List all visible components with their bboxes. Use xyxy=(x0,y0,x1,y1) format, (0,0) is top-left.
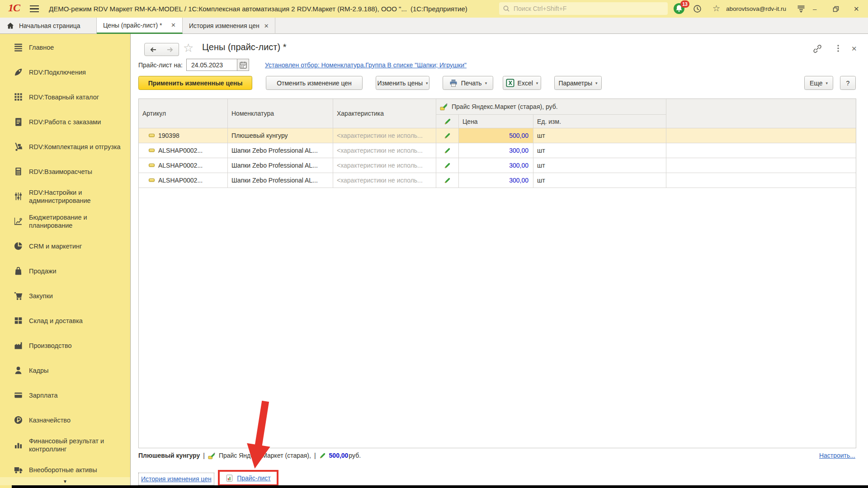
history-clock-icon[interactable] xyxy=(693,5,702,13)
tab-home[interactable]: Начальная страница xyxy=(0,18,97,34)
column-header-edit-pencil[interactable] xyxy=(436,115,459,128)
more-actions-button[interactable]: Еще ▾ xyxy=(804,76,833,90)
cell-unit[interactable]: шт xyxy=(533,173,666,188)
cart-icon xyxy=(14,291,23,300)
sidebar-item-14[interactable]: Кадры xyxy=(0,358,130,383)
minimize-button[interactable]: – xyxy=(813,0,816,18)
main-menu-icon[interactable] xyxy=(30,5,39,12)
close-window-button[interactable]: ✕ xyxy=(854,0,859,18)
sidebar-item-label: CRM и маркетинг xyxy=(29,242,82,250)
search-input[interactable] xyxy=(513,5,664,13)
sidebar-item-12[interactable]: Склад и доставка xyxy=(0,308,130,333)
sidebar-item-2[interactable]: RDV:Подключения xyxy=(0,60,130,84)
cell-unit[interactable]: шт xyxy=(533,158,666,173)
date-input[interactable] xyxy=(190,61,235,69)
cell-edit-pencil-icon[interactable] xyxy=(436,158,459,173)
change-prices-dropdown-button[interactable]: Изменить цены ▾ xyxy=(376,76,429,90)
get-link-icon[interactable] xyxy=(812,44,822,54)
excel-export-dropdown-button[interactable]: Excel ▾ xyxy=(503,76,541,90)
sidebar-item-11[interactable]: Закупки xyxy=(0,283,130,308)
tab-prices[interactable]: Цены (прайс-лист) * ✕ xyxy=(97,18,183,34)
cell-nomenclature[interactable]: Шапки Zebo Professional AL... xyxy=(228,158,333,173)
configure-link[interactable]: Настроить... xyxy=(819,452,855,459)
price-change-history-link[interactable]: История изменения цен xyxy=(138,473,214,485)
ruble-icon xyxy=(14,415,23,425)
cell-unit[interactable]: шт xyxy=(533,128,666,143)
cell-article[interactable]: 190398 xyxy=(139,128,228,143)
favorites-star-icon[interactable]: ☆ xyxy=(712,3,720,14)
cell-price[interactable]: 300,00 xyxy=(459,173,533,188)
global-search[interactable] xyxy=(499,2,668,15)
cell-article[interactable]: ALSHAP0002... xyxy=(139,158,228,173)
tabbar: Начальная страница Цены (прайс-лист) * ✕… xyxy=(0,18,868,34)
price-list-table: Артикул Номенклатура Характеристика Прай… xyxy=(138,99,856,448)
cell-price[interactable]: 500,00 xyxy=(459,128,533,143)
add-to-favorites-star[interactable]: ☆ xyxy=(183,41,193,55)
tools-menu-icon[interactable] xyxy=(797,5,806,14)
cell-characteristic[interactable]: <характеристики не исполь... xyxy=(333,143,436,158)
cell-price[interactable]: 300,00 xyxy=(459,158,533,173)
cell-nomenclature[interactable]: Шапки Zebo Professional AL... xyxy=(228,173,333,188)
sidebar-item-15[interactable]: Зарплата xyxy=(0,383,130,408)
column-header-price[interactable]: Цена xyxy=(459,115,533,128)
cell-characteristic[interactable]: <характеристики не исполь... xyxy=(333,128,436,143)
cell-characteristic[interactable]: <характеристики не исполь... xyxy=(333,158,436,173)
tab-price-history[interactable]: История изменения цен ✕ xyxy=(183,18,275,34)
sidebar-item-9[interactable]: CRM и маркетинг xyxy=(0,234,130,258)
cell-characteristic[interactable]: <характеристики не исполь... xyxy=(333,173,436,188)
column-header-characteristic[interactable]: Характеристика xyxy=(333,99,436,128)
kebab-menu-icon[interactable] xyxy=(834,43,842,53)
sidebar-item-3[interactable]: RDV:Товарный каталог xyxy=(0,84,130,109)
chevron-down-icon: ▾ xyxy=(485,81,487,85)
column-header-nomenclature[interactable]: Номенклатура xyxy=(228,99,333,128)
cell-unit[interactable]: шт xyxy=(533,143,666,158)
bars-icon xyxy=(14,440,23,450)
sidebar-item-17[interactable]: Финансовый результат и контроллинг xyxy=(0,432,130,457)
item-tag-icon xyxy=(149,164,155,167)
restore-window-button[interactable] xyxy=(833,0,839,18)
sidebar-item-1[interactable]: Главное xyxy=(0,35,130,60)
column-header-unit[interactable]: Ед. изм. xyxy=(533,115,666,128)
sidebar-item-13[interactable]: Производство xyxy=(0,333,130,358)
cell-edit-pencil-icon[interactable] xyxy=(436,173,459,188)
status-currency: руб. xyxy=(349,452,361,459)
calendar-icon[interactable] xyxy=(237,59,249,71)
sidebar-item-16[interactable]: Казначейство xyxy=(0,408,130,432)
cell-nomenclature[interactable]: Плюшевый кунгуру xyxy=(228,128,333,143)
sidebar-item-4[interactable]: RDV:Работа с заказами xyxy=(0,109,130,134)
print-dropdown-button[interactable]: Печать ▾ xyxy=(443,76,493,90)
user-account-button[interactable]: aborovtsova@rdv-it.ru xyxy=(726,0,786,18)
forward-button[interactable] xyxy=(161,43,179,56)
cell-empty xyxy=(666,173,856,188)
apply-changed-prices-button[interactable]: Применить измененные цены xyxy=(138,76,252,90)
app-label: (1С:Предприятие) xyxy=(410,5,467,13)
sidebar-item-8[interactable]: Бюджетирование и планирование xyxy=(0,209,130,234)
cell-edit-pencil-icon[interactable] xyxy=(436,143,459,158)
sidebar-item-label: Закупки xyxy=(29,292,53,300)
price-list-report-link[interactable]: Прайс-лист xyxy=(237,474,271,482)
sidebar-item-5[interactable]: RDV:Комплектация и отгрузка xyxy=(0,134,130,159)
sidebar-item-6[interactable]: RDV:Взаиморасчеты xyxy=(0,159,130,184)
close-view-icon[interactable]: ✕ xyxy=(851,45,857,53)
cell-edit-pencil-icon[interactable] xyxy=(436,128,459,143)
cell-article[interactable]: ALSHAP0002... xyxy=(139,173,228,188)
help-button[interactable]: ? xyxy=(840,76,856,90)
cell-nomenclature[interactable]: Шапки Zebo Professional AL... xyxy=(228,143,333,158)
cell-price[interactable]: 300,00 xyxy=(459,143,533,158)
tab-close-icon[interactable]: ✕ xyxy=(259,23,269,29)
pencil-icon xyxy=(319,452,326,459)
sections-sidebar: ГлавноеRDV:ПодключенияRDV:Товарный катал… xyxy=(0,34,130,488)
cancel-price-changes-button[interactable]: Отменить изменение цен xyxy=(266,76,363,90)
tab-close-icon[interactable]: ✕ xyxy=(166,22,176,28)
cell-article[interactable]: ALSHAP0002... xyxy=(139,143,228,158)
tab-label: Начальная страница xyxy=(19,22,80,29)
sidebar-scroll-down-arrow[interactable]: ▼ xyxy=(0,477,130,485)
sidebar-item-10[interactable]: Продажи xyxy=(0,258,130,283)
filter-settings-link[interactable]: Установлен отбор: Номенклатура.Группа В … xyxy=(265,61,467,69)
column-header-article[interactable]: Артикул xyxy=(139,99,228,128)
sidebar-item-7[interactable]: RDV:Настройки и администрирование xyxy=(0,184,130,209)
back-button[interactable] xyxy=(144,43,162,56)
parameters-dropdown-button[interactable]: Параметры ▾ xyxy=(554,76,602,90)
pricelist-date-field[interactable] xyxy=(186,59,237,71)
column-header-price-type[interactable]: Прайс Яндекс.Маркет (старая), руб. xyxy=(436,99,666,115)
